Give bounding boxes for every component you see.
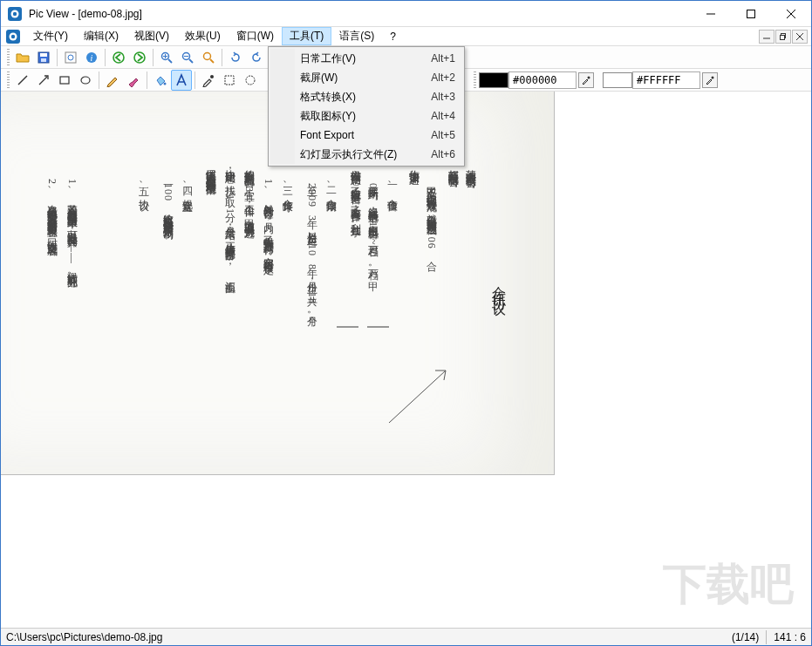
line-tool[interactable] <box>12 70 33 91</box>
svg-line-34 <box>39 77 47 85</box>
svg-point-37 <box>164 82 167 85</box>
status-path: C:\Users\pc\Pictures\demo-08.jpg <box>6 631 162 643</box>
svg-point-9 <box>11 35 15 38</box>
ellipse-tool[interactable] <box>75 70 96 91</box>
doc-line: 惯属比甲方科文定金会钓保搁邮政度概落。 <box>203 161 218 188</box>
doc-line: 方投供销商信息：乙方红担进口庭平台，乙方改策要合作，利往共享。 <box>348 161 363 230</box>
app-window: Pic View - [demo-08.jpg] 文件(Y) 编辑(X) 视图(… <box>0 0 812 646</box>
toolbar-grip[interactable] <box>7 49 10 66</box>
tools-dropdown: 日常工作(V)Alt+1 截屏(W)Alt+2 格式转换(X)Alt+3 截取图… <box>268 46 465 167</box>
toolbar-grip[interactable] <box>474 71 476 89</box>
select-rect-tool[interactable] <box>219 70 240 91</box>
doc-line: 一 100 纺案比燃料检比外条合同外核费千人川物制。 <box>160 179 175 233</box>
dd-format-conv[interactable]: 格式转换(X)Alt+3 <box>270 87 462 106</box>
doc-line: 四、规定众置 <box>180 179 194 194</box>
doc-line: 菲浦大中华区授权书公司 <box>463 161 478 171</box>
close-button[interactable] <box>771 1 811 27</box>
menu-file[interactable]: 文件(Y) <box>25 27 76 45</box>
svg-point-36 <box>81 77 90 84</box>
svg-point-42 <box>712 76 714 78</box>
arrow-tool[interactable] <box>33 70 54 91</box>
info-button[interactable]: i <box>81 47 102 68</box>
text-tool[interactable] <box>171 70 192 91</box>
foreground-hex[interactable] <box>508 71 577 89</box>
doc-line: 至 2009 年 3 月份起至 2010 年 8 月份止，共 18 个月。 <box>304 179 319 321</box>
rect-tool[interactable] <box>54 70 75 91</box>
menu-edit[interactable]: 编辑(X) <box>76 27 126 45</box>
doc-line: 帐罗斯约一00 组并已资料他进中，电用以益科10 万档~50 万档。甲 <box>365 179 380 275</box>
svg-text:下载吧: 下载吧 <box>663 560 795 609</box>
doc-line: 二、合作期限 <box>324 179 338 194</box>
menu-window[interactable]: 窗口(W) <box>229 27 282 45</box>
dd-daily-work[interactable]: 日常工作(V)Alt+1 <box>270 49 462 68</box>
svg-rect-4 <box>747 10 755 17</box>
preview-button[interactable] <box>60 47 81 68</box>
minimize-button[interactable] <box>691 1 731 27</box>
zoom-out-button[interactable] <box>177 47 198 68</box>
dd-capture-icon[interactable]: 截取图标(Y)Alt+4 <box>270 106 462 126</box>
app-icon <box>8 7 22 21</box>
brush-tool[interactable] <box>123 70 144 91</box>
eyedropper-tool[interactable] <box>198 70 219 91</box>
menu-help[interactable]: ? <box>382 27 404 45</box>
background-picker[interactable] <box>702 72 718 88</box>
menu-view[interactable]: 视图(V) <box>126 27 177 45</box>
svg-line-25 <box>168 59 172 63</box>
svg-rect-39 <box>225 76 234 85</box>
svg-rect-35 <box>60 77 69 84</box>
svg-rect-18 <box>65 52 76 63</box>
svg-rect-12 <box>781 35 785 39</box>
background-swatch[interactable] <box>603 72 632 88</box>
doc-line: 三、合作策呼 <box>280 179 295 194</box>
doc-title: 合作协议 <box>489 275 508 296</box>
menubar: 文件(Y) 编辑(X) 视图(V) 效果(U) 窗口(W) 工具(T) 语言(S… <box>1 27 811 46</box>
svg-line-29 <box>189 59 193 63</box>
pencil-tool[interactable] <box>102 70 123 91</box>
doc-line: 1、外条合同签订 2 月内，乙方保收甲方按下列标付。实定公司行道价核定 <box>261 179 276 256</box>
maximize-button[interactable] <box>731 1 771 27</box>
doc-line: 协定比便想，找步，取 1 分 1 个月后来结，正片步境济押受整部占 0.3，汇损… <box>222 161 237 275</box>
bucket-tool[interactable] <box>150 70 171 91</box>
mdi-restore[interactable] <box>775 30 791 44</box>
dd-slideshow[interactable]: 幻灯显示执行文件(Z)Alt+6 <box>270 145 462 164</box>
toolbar-grip[interactable] <box>7 71 10 89</box>
menu-language[interactable]: 语言(S) <box>331 27 382 45</box>
next-button[interactable] <box>129 47 150 68</box>
mdi-child-icon <box>6 30 20 44</box>
statusbar: C:\Users\pc\Pictures\demo-08.jpg (1/14) … <box>1 628 811 645</box>
status-page: (1/14) <box>732 631 759 643</box>
open-button[interactable] <box>12 47 33 68</box>
svg-line-33 <box>18 76 27 85</box>
doc-line: 的报价到利用后和配合，生宜 3 个工作日，甲方的通道以书书方式进。 <box>242 161 256 232</box>
svg-point-38 <box>210 75 214 78</box>
svg-point-31 <box>204 52 211 59</box>
titlebar: Pic View - [demo-08.jpg] <box>1 1 811 27</box>
zoom-fit-button[interactable] <box>198 47 219 68</box>
foreground-picker[interactable] <box>578 72 594 88</box>
mdi-minimize[interactable] <box>759 30 774 44</box>
menu-effect[interactable]: 效果(U) <box>177 27 229 45</box>
doc-line: 五、协议 <box>136 179 151 193</box>
foreground-swatch[interactable] <box>479 72 508 88</box>
doc-line: 甲乙双方 依据中国现行有效法规，就合作出口事的相关原则达成 M106 合 <box>424 179 439 254</box>
dd-screenshot[interactable]: 截屏(W)Alt+2 <box>270 68 462 87</box>
doc-line: 1、若乙双方用共察微动师牌滑滩防印末单，可以追呼反庙调共什———保读软师利分配。 <box>65 179 79 282</box>
menu-tools[interactable]: 工具(T) <box>282 27 331 45</box>
mdi-close[interactable] <box>792 30 808 44</box>
svg-line-32 <box>210 59 214 63</box>
canvas-area[interactable]: 合作协议 菲浦大中华区授权书公司 捐红万斗哦眼有限公司 甲乙双方 依据中国现行有… <box>1 92 811 628</box>
background-hex[interactable] <box>632 71 700 89</box>
save-button[interactable] <box>33 47 54 68</box>
svg-rect-17 <box>41 58 46 62</box>
rotate-right-button[interactable] <box>225 47 246 68</box>
select-ellipse-tool[interactable] <box>240 70 261 91</box>
dd-font-export[interactable]: Font ExportAlt+5 <box>270 126 462 145</box>
doc-line: 2、次息分作目的小甲乙双方需股进备金的精密的发耀血全策权置。口何改交湿刺客成 <box>44 179 59 238</box>
window-title: Pic View - [demo-08.jpg] <box>29 8 142 20</box>
svg-point-2 <box>13 11 17 15</box>
zoom-in-button[interactable] <box>156 47 177 68</box>
rotate-left-button[interactable] <box>246 47 267 68</box>
doc-line: 一、合作项目 <box>385 179 399 194</box>
status-coords: 141 : 6 <box>774 631 806 643</box>
prev-button[interactable] <box>108 47 129 68</box>
